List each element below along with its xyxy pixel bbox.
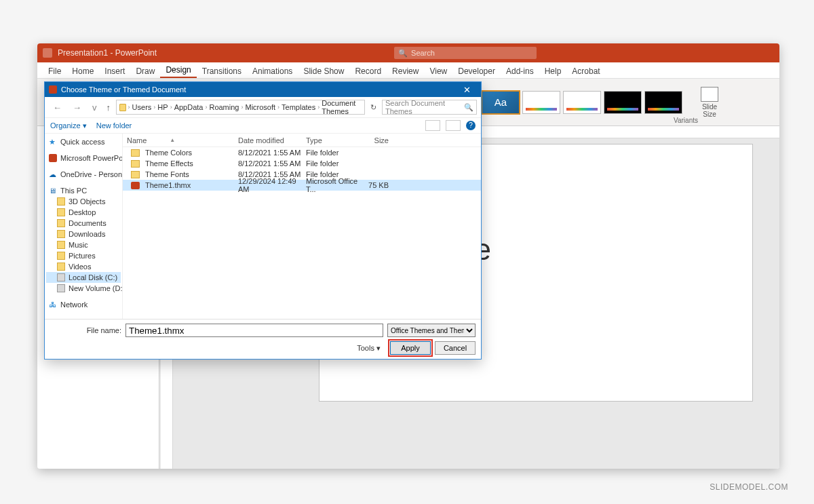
close-button[interactable]: ✕ bbox=[457, 85, 477, 95]
tab-acrobat[interactable]: Acrobat bbox=[566, 64, 605, 78]
pc-icon: 🖥 bbox=[49, 187, 57, 195]
choose-theme-dialog: Choose Theme or Themed Document ✕ ← → v … bbox=[44, 81, 482, 360]
dialog-body: ★Quick access Microsoft PowerPoint ☁OneD… bbox=[45, 134, 481, 319]
file-list-header: Name▲ Date modified Type Size bbox=[123, 134, 481, 147]
network-icon: 🖧 bbox=[49, 301, 57, 309]
chevron-right-icon: › bbox=[277, 104, 279, 111]
sidebar-quick-access[interactable]: ★Quick access bbox=[46, 136, 121, 147]
sidebar-music[interactable]: Music bbox=[46, 239, 121, 250]
col-type[interactable]: Type bbox=[306, 136, 360, 144]
view-mode-button[interactable] bbox=[425, 120, 440, 131]
folder-icon bbox=[57, 230, 65, 238]
tab-slide-show[interactable]: Slide Show bbox=[298, 64, 349, 78]
ribbon-tabs: FileHomeInsertDrawDesignTransitionsAnima… bbox=[37, 62, 779, 79]
sidebar-new-volume[interactable]: New Volume (D:) bbox=[46, 283, 121, 294]
file-row[interactable]: Theme Colors8/12/2021 1:55 AMFile folder bbox=[123, 147, 481, 158]
crumb-document-themes[interactable]: Document Themes bbox=[322, 99, 362, 115]
color-stripe-icon bbox=[526, 108, 557, 111]
search-icon: 🔍 bbox=[464, 103, 473, 112]
tab-record[interactable]: Record bbox=[349, 64, 387, 78]
sidebar-onedrive[interactable]: ☁OneDrive - Personal bbox=[46, 169, 121, 180]
powerpoint-icon bbox=[49, 154, 57, 162]
tab-insert[interactable]: Insert bbox=[99, 64, 130, 78]
slide-size-group[interactable]: Slide Size bbox=[696, 87, 723, 118]
theme-variant-thumb[interactable] bbox=[644, 91, 682, 114]
col-name[interactable]: Name▲ bbox=[123, 136, 238, 144]
dialog-toolbar: Organize ▾ New folder ? bbox=[45, 117, 481, 134]
sidebar-documents[interactable]: Documents bbox=[46, 218, 121, 229]
file-type-filter[interactable]: Office Themes and Themed Do bbox=[387, 324, 476, 337]
nav-forward-button[interactable]: → bbox=[69, 101, 85, 114]
nav-back-button[interactable]: ← bbox=[49, 101, 66, 114]
sidebar-pictures[interactable]: Pictures bbox=[46, 250, 121, 261]
sidebar-downloads[interactable]: Downloads bbox=[46, 229, 121, 239]
tab-home[interactable]: Home bbox=[66, 64, 99, 78]
apply-button[interactable]: Apply bbox=[390, 341, 431, 355]
new-folder-button[interactable]: New folder bbox=[96, 121, 132, 130]
sidebar-desktop[interactable]: Desktop bbox=[46, 207, 121, 218]
folder-icon bbox=[131, 171, 140, 178]
sort-arrow-icon: ▲ bbox=[170, 137, 175, 143]
watermark: SLIDEMODEL.COM bbox=[710, 482, 788, 492]
nav-recent-dropdown[interactable]: v bbox=[88, 101, 101, 114]
tools-dropdown[interactable]: Tools ▾ bbox=[357, 344, 381, 353]
organize-button[interactable]: Organize ▾ bbox=[50, 121, 87, 130]
file-name-label: File name: bbox=[50, 326, 121, 334]
sidebar-network[interactable]: 🖧Network bbox=[46, 299, 121, 310]
chevron-right-icon: › bbox=[205, 104, 207, 111]
sidebar-this-pc[interactable]: 🖥This PC bbox=[46, 185, 121, 196]
theme-variant-thumb[interactable] bbox=[563, 91, 601, 114]
app-titlebar: Presentation1 - PowerPoint 🔍 Search bbox=[37, 43, 779, 62]
tab-transitions[interactable]: Transitions bbox=[197, 64, 247, 78]
cancel-button[interactable]: Cancel bbox=[435, 341, 476, 355]
preview-pane-button[interactable] bbox=[446, 120, 461, 131]
tab-developer[interactable]: Developer bbox=[452, 64, 501, 78]
theme-variant-thumb[interactable]: Aa bbox=[482, 91, 520, 114]
search-placeholder: Search bbox=[411, 49, 435, 57]
tab-draw[interactable]: Draw bbox=[130, 64, 160, 78]
sidebar-local-disk[interactable]: Local Disk (C:) bbox=[46, 272, 121, 283]
dialog-titlebar: Choose Theme or Themed Document ✕ bbox=[45, 82, 481, 97]
sidebar-powerpoint[interactable]: Microsoft PowerPoint bbox=[46, 153, 121, 163]
slide-size-label: Slide Size bbox=[702, 103, 717, 118]
col-size[interactable]: Size bbox=[360, 136, 394, 144]
tab-animations[interactable]: Animations bbox=[247, 64, 298, 78]
dialog-nav-bar: ← → v ↑ ›Users›HP›AppData›Roaming›Micros… bbox=[45, 97, 481, 117]
dialog-title: Choose Theme or Themed Document bbox=[61, 85, 186, 94]
file-row[interactable]: Theme Effects8/12/2021 1:55 AMFile folde… bbox=[123, 158, 481, 169]
tab-add-ins[interactable]: Add-ins bbox=[501, 64, 539, 78]
titlebar-search[interactable]: 🔍 Search bbox=[394, 47, 537, 59]
folder-icon bbox=[57, 197, 65, 206]
file-row[interactable]: Theme1.thmx12/29/2024 12:49 AMMicrosoft … bbox=[123, 180, 481, 191]
crumb-hp[interactable]: HP bbox=[157, 103, 168, 111]
tab-design[interactable]: Design bbox=[160, 62, 196, 78]
folder-icon bbox=[57, 241, 65, 249]
crumb-roaming[interactable]: Roaming bbox=[209, 103, 239, 111]
theme-variant-thumb[interactable] bbox=[604, 91, 642, 114]
sidebar-videos[interactable]: Videos bbox=[46, 261, 121, 272]
color-stripe-icon bbox=[566, 108, 598, 111]
drive-icon bbox=[57, 284, 65, 292]
tab-review[interactable]: Review bbox=[387, 64, 424, 78]
help-icon[interactable]: ? bbox=[466, 121, 476, 130]
tab-view[interactable]: View bbox=[424, 64, 452, 78]
chevron-right-icon: › bbox=[241, 104, 243, 111]
crumb-users[interactable]: Users bbox=[132, 103, 152, 111]
tab-file[interactable]: File bbox=[43, 64, 66, 78]
crumb-appdata[interactable]: AppData bbox=[174, 103, 204, 111]
col-date[interactable]: Date modified bbox=[238, 136, 306, 144]
crumb-microsoft[interactable]: Microsoft bbox=[245, 103, 275, 111]
slide-size-icon bbox=[701, 87, 718, 102]
cloud-icon: ☁ bbox=[49, 170, 57, 178]
crumb-templates[interactable]: Templates bbox=[282, 103, 315, 111]
refresh-button[interactable]: ↻ bbox=[368, 103, 379, 112]
tab-help[interactable]: Help bbox=[539, 64, 567, 78]
folder-icon bbox=[131, 160, 140, 168]
dialog-search-input[interactable]: Search Document Themes 🔍 bbox=[382, 100, 477, 115]
sidebar-3d-objects[interactable]: 3D Objects bbox=[46, 196, 121, 207]
theme-variant-thumb[interactable] bbox=[522, 91, 560, 114]
nav-up-button[interactable]: ↑ bbox=[104, 101, 114, 114]
file-name-input[interactable] bbox=[125, 324, 383, 337]
folder-icon bbox=[119, 104, 126, 111]
search-placeholder: Search Document Themes bbox=[385, 99, 464, 115]
